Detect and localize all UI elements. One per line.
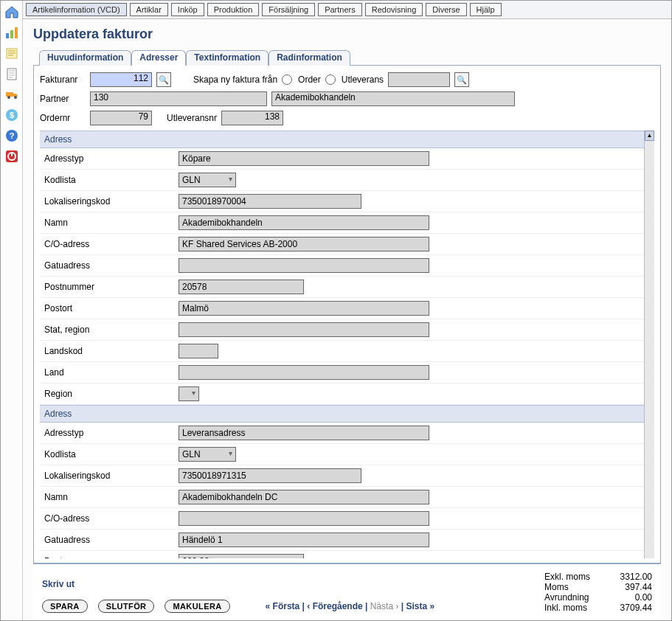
land-label: Land (44, 367, 179, 378)
svg-rect-5 (6, 92, 13, 97)
fakturanr-lookup-icon[interactable]: 🔍 (156, 72, 171, 87)
truck-icon[interactable] (4, 86, 20, 103)
svg-rect-14 (11, 152, 13, 156)
addr1-land[interactable] (179, 365, 429, 380)
tab-panel: Fakturanr 112 🔍 Skapa ny faktura från Or… (33, 65, 661, 563)
nav-last[interactable]: Sista » (406, 601, 434, 611)
partner-id-input[interactable]: 130 (90, 91, 267, 106)
nav-first[interactable]: « Första (266, 601, 300, 611)
print-link[interactable]: Skriv ut (42, 579, 434, 589)
utleverans-label: Utleverans (342, 74, 384, 85)
addr2-adresstyp: Leveransadress (179, 426, 429, 440)
lokkod-label: Lokaliseringskod (44, 196, 179, 207)
postort-label: Postort (44, 303, 179, 313)
addr2-kodlista-select[interactable]: GLN (179, 447, 236, 462)
scrollbar[interactable]: ▲ (644, 131, 654, 558)
address-scroll-area: Adress AdresstypKöpare KodlistaGLN Lokal… (40, 131, 654, 558)
svg-text:?: ? (9, 131, 14, 140)
main: Artikelinformation (VCD) Artiklar Inköp … (23, 1, 671, 620)
scroll-up-icon[interactable]: ▲ (645, 131, 654, 141)
namn-label: Namn (44, 218, 179, 228)
sidebar: $ ? (1, 1, 23, 620)
menu-partners[interactable]: Partners (318, 3, 362, 16)
svg-rect-1 (10, 30, 13, 38)
menu-hjalp[interactable]: Hjälp (470, 3, 502, 16)
complete-button[interactable]: SLUTFÖR (98, 600, 155, 613)
addr1-gatuadr[interactable] (179, 258, 429, 273)
addr1-kodlista-select[interactable]: GLN (179, 173, 236, 187)
addr1-landskod[interactable] (179, 344, 218, 358)
tab-huvudinformation[interactable]: Huvudinformation (39, 50, 131, 66)
tab-radinformation[interactable]: Radinformation (269, 50, 350, 66)
addr1-stat[interactable] (179, 322, 429, 337)
order-radio[interactable] (282, 74, 292, 85)
tab-adresser[interactable]: Adresser (131, 50, 186, 66)
exkl-label: Exkl. moms (544, 572, 603, 582)
coadr-label: C/O-adress (44, 239, 179, 249)
addr2-postnr[interactable]: 602 38 (179, 554, 304, 558)
lokkod-label-2: Lokaliseringskod (44, 471, 179, 481)
footer: Skriv ut SPARA SLUTFÖR MAKULERA « Första… (33, 563, 661, 620)
power-icon[interactable] (4, 148, 20, 164)
document-icon[interactable] (4, 66, 20, 82)
help-icon[interactable]: ? (4, 128, 20, 144)
adresstyp-label: Adresstyp (44, 153, 179, 164)
svg-point-6 (7, 96, 10, 99)
money-icon[interactable]: $ (4, 107, 20, 123)
region-label: Region (44, 389, 179, 399)
menu-produktion[interactable]: Produktion (207, 3, 260, 16)
save-button[interactable]: SPARA (42, 600, 88, 613)
menu-diverse[interactable]: Diverse (426, 3, 466, 16)
addr2-gatuadr[interactable]: Händelö 1 (179, 532, 429, 547)
svg-point-7 (14, 96, 17, 99)
adresstyp-label-2: Adresstyp (44, 428, 179, 438)
address-section-2-header: Adress (40, 405, 644, 423)
postnr-label-2: Postnummer (44, 556, 179, 558)
addr1-coadr[interactable]: KF Shared Services AB-2000 (179, 237, 429, 251)
nav-links: « Första | ‹ Föregående | Nästa › | Sist… (266, 601, 435, 611)
tab-textinformation[interactable]: Textinformation (186, 50, 269, 66)
moms-value: 397.44 (611, 582, 652, 592)
svg-text:$: $ (9, 111, 13, 119)
ordernr-label: Ordernr (40, 113, 86, 123)
skapa-lookup-icon[interactable]: 🔍 (454, 72, 469, 87)
nav-prev[interactable]: ‹ Föregående (307, 601, 362, 611)
avr-label: Avrundning (544, 592, 603, 603)
addr1-postnr[interactable]: 20578 (179, 280, 304, 294)
menu-inkop[interactable]: Inköp (171, 3, 204, 16)
cancel-button[interactable]: MAKULERA (164, 600, 229, 613)
address-section-1-header: Adress (40, 131, 644, 148)
menu-artikelinfo[interactable]: Artikelinformation (VCD) (26, 3, 127, 16)
menu-forsaljning[interactable]: Försäljning (262, 3, 315, 16)
addr2-namn[interactable]: Akademibokhandeln DC (179, 490, 429, 504)
inkl-value: 3709.44 (611, 603, 652, 613)
addr1-lokkod[interactable]: 7350018970004 (179, 194, 361, 209)
nav-next: Nästa › (370, 601, 399, 611)
addr1-namn[interactable]: Akademibokhandeln (179, 215, 429, 230)
tabs: Huvudinformation Adresser Textinformatio… (39, 49, 661, 65)
fakturanr-input[interactable]: 112 (90, 72, 152, 87)
utleverans-radio[interactable] (325, 74, 336, 85)
addr1-adresstyp: Köpare (179, 151, 429, 166)
svg-rect-2 (15, 27, 18, 38)
home-icon[interactable] (4, 4, 20, 20)
addr1-region-select[interactable] (179, 386, 199, 401)
addr2-coadr[interactable] (179, 511, 429, 526)
addr2-lokkod[interactable]: 7350018971315 (179, 468, 361, 483)
chart-icon[interactable] (4, 24, 20, 41)
landskod-label: Landskod (44, 346, 179, 356)
kodlista-label: Kodlista (44, 175, 179, 185)
ordernr-input: 79 (90, 111, 152, 125)
kodlista-label-2: Kodlista (44, 449, 179, 459)
stat-label: Stat, region (44, 325, 179, 335)
exkl-value: 3312.00 (611, 572, 652, 582)
content: Uppdatera fakturor Huvudinformation Adre… (23, 19, 671, 620)
fakturanr-label: Fakturanr (40, 74, 86, 85)
menu-artiklar[interactable]: Artiklar (130, 3, 168, 16)
skapa-value-input[interactable] (388, 72, 450, 87)
note-icon[interactable] (4, 45, 20, 61)
namn-label-2: Namn (44, 492, 179, 502)
skapa-label: Skapa ny faktura från (193, 74, 277, 85)
addr1-postort[interactable]: Malmö (179, 301, 429, 316)
menu-redovisning[interactable]: Redovisning (365, 3, 423, 16)
